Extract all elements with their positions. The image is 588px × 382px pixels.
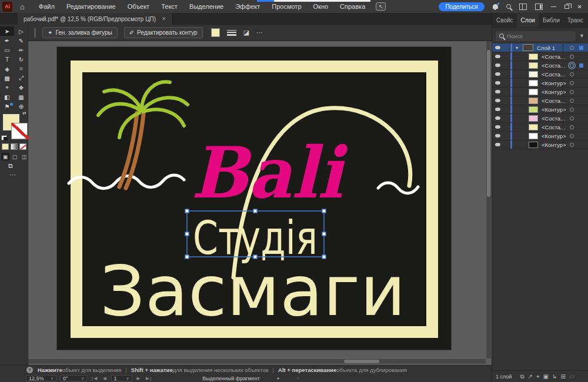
gradient-tool[interactable]: ▩ bbox=[0, 73, 14, 83]
canvas-pasteboard[interactable]: Bali Студія Засмаги bbox=[28, 41, 492, 365]
gradient-mode-icon[interactable] bbox=[11, 143, 18, 150]
visibility-eye-icon[interactable] bbox=[495, 81, 500, 85]
right-wave-path[interactable] bbox=[378, 183, 418, 193]
previous-artboard-icon[interactable]: ◀ bbox=[103, 376, 107, 381]
target-circle[interactable] bbox=[570, 55, 574, 59]
layer-row[interactable]: <Соста... bbox=[492, 114, 588, 123]
visibility-eye-icon[interactable] bbox=[495, 72, 500, 76]
delete-layer-icon[interactable]: ▭ bbox=[569, 373, 574, 380]
menu-file[interactable]: Файл bbox=[33, 3, 61, 10]
opacity-icon[interactable]: ◪ bbox=[243, 29, 249, 36]
selection-handle[interactable] bbox=[185, 255, 189, 259]
vertical-scrollbar-thumb[interactable] bbox=[487, 50, 490, 197]
selection-handle[interactable] bbox=[185, 232, 189, 236]
layer-name[interactable]: <Соста... bbox=[542, 53, 565, 60]
screen-mode-icon[interactable]: ⧉ bbox=[8, 162, 13, 170]
filter-icon[interactable]: ▼ bbox=[579, 33, 584, 39]
workspace-switcher-icon[interactable] bbox=[535, 4, 543, 10]
logo-artwork[interactable]: Bali Студія Засмаги bbox=[57, 47, 451, 350]
visibility-eye-icon[interactable] bbox=[495, 99, 500, 102]
target-circle[interactable] bbox=[570, 134, 574, 138]
menu-type[interactable]: Текст bbox=[155, 3, 183, 10]
arrange-documents-icon[interactable] bbox=[519, 4, 527, 10]
swap-fill-stroke-icon[interactable]: ⇄ bbox=[22, 110, 26, 116]
notifications-bell-icon[interactable] bbox=[493, 4, 498, 9]
layer-name[interactable]: <Соста... bbox=[542, 62, 565, 69]
menu-edit[interactable]: Редактирование bbox=[61, 3, 122, 10]
layers-search-box[interactable] bbox=[496, 31, 576, 41]
target-circle-active[interactable] bbox=[570, 63, 574, 68]
window-restore-button[interactable] bbox=[564, 5, 569, 9]
menu-select[interactable]: Выделение bbox=[183, 3, 229, 10]
visibility-eye-icon[interactable] bbox=[495, 125, 500, 129]
layer-name[interactable]: <Соста... bbox=[542, 98, 565, 104]
stroke-weight-icon[interactable] bbox=[227, 30, 236, 36]
rectangle-tool[interactable]: ▭ bbox=[0, 45, 14, 55]
more-options-icon[interactable]: ⋯ bbox=[256, 29, 263, 36]
tab-transform[interactable]: Транс bbox=[563, 14, 587, 28]
zoom-tool[interactable]: ⊕ bbox=[14, 102, 28, 111]
window-minimize-button[interactable] bbox=[551, 6, 556, 7]
search-icon[interactable] bbox=[506, 4, 511, 9]
tab-close-icon[interactable]: ✕ bbox=[162, 16, 166, 22]
help-question-icon[interactable]: ? bbox=[26, 367, 33, 373]
selection-handle[interactable] bbox=[253, 255, 257, 259]
horizontal-scrollbar-thumb[interactable] bbox=[344, 360, 379, 363]
home-icon[interactable]: ⌂ bbox=[20, 2, 25, 11]
layers-search-input[interactable] bbox=[507, 33, 560, 39]
selection-handle[interactable] bbox=[322, 209, 326, 213]
tab-libraries[interactable]: Библи bbox=[539, 14, 563, 28]
vertical-scrollbar[interactable] bbox=[486, 41, 491, 358]
target-circle[interactable] bbox=[570, 108, 574, 112]
collect-export-icon[interactable]: ⧉ bbox=[520, 373, 524, 380]
paintbrush-tool[interactable]: ✏ bbox=[14, 45, 28, 55]
pen-tool[interactable]: ✒ bbox=[0, 36, 14, 45]
layer-row[interactable]: <Соста... bbox=[492, 52, 588, 61]
selection-indicator[interactable] bbox=[579, 46, 583, 50]
target-circle[interactable] bbox=[570, 99, 574, 103]
selection-handle[interactable] bbox=[185, 209, 189, 213]
scissors-tool[interactable]: ⌗ bbox=[14, 64, 28, 73]
direct-selection-tool[interactable]: ▷ bbox=[14, 26, 28, 36]
default-fill-stroke-icon[interactable] bbox=[1, 135, 7, 140]
expand-chevron-icon[interactable]: ▾ bbox=[516, 45, 518, 51]
draw-inside-mode[interactable]: ◫ bbox=[20, 153, 28, 160]
artboard-tool[interactable]: ▦ bbox=[14, 92, 28, 102]
target-circle[interactable] bbox=[570, 46, 574, 50]
color-mode-icon[interactable] bbox=[2, 143, 9, 150]
layer-name[interactable]: <Соста... bbox=[542, 115, 565, 122]
artboard-number-select[interactable]: 1 ∨ bbox=[111, 375, 132, 381]
target-circle[interactable] bbox=[570, 81, 574, 85]
visibility-eye-icon[interactable] bbox=[495, 46, 500, 49]
target-circle[interactable] bbox=[570, 116, 574, 120]
menu-view[interactable]: Просмотр bbox=[266, 3, 307, 10]
blend-tool[interactable]: ❖ bbox=[14, 83, 28, 92]
generative-fill-button[interactable]: ✦ Ген. заливка фигуры bbox=[42, 27, 118, 38]
text-line2-zasmahy[interactable]: Засмаги bbox=[100, 250, 406, 331]
selection-tool[interactable]: ➤ bbox=[0, 26, 14, 36]
curvature-tool[interactable]: ✎ bbox=[14, 36, 28, 45]
document-tab[interactable]: рабочий.pdf* @ 12,5 % (RGB/Предпросмотр … bbox=[18, 13, 173, 25]
visibility-eye-icon[interactable] bbox=[495, 108, 500, 111]
free-transform-tool[interactable]: ⤢ bbox=[14, 73, 28, 83]
export-icon[interactable]: ↗ bbox=[528, 373, 533, 380]
first-artboard-icon[interactable]: |◀ bbox=[92, 376, 98, 381]
eraser-tool[interactable]: ◈ bbox=[0, 64, 14, 73]
target-circle[interactable] bbox=[570, 125, 574, 129]
stroke-swatch-none[interactable] bbox=[12, 123, 27, 139]
visibility-eye-icon[interactable] bbox=[495, 134, 500, 138]
menu-effect[interactable]: Эффект bbox=[229, 3, 266, 10]
edit-path-button[interactable]: ✐ Редактировать контур bbox=[124, 27, 203, 38]
artboard[interactable]: Bali Студія Засмаги bbox=[57, 47, 451, 350]
layer-row[interactable]: <Контур> bbox=[492, 140, 588, 149]
visibility-eye-icon[interactable] bbox=[495, 143, 500, 146]
layer-row[interactable]: <Соста... bbox=[492, 123, 588, 132]
last-artboard-icon[interactable]: ▶| bbox=[146, 376, 152, 381]
target-circle[interactable] bbox=[570, 90, 574, 94]
menu-object[interactable]: Объект bbox=[122, 3, 155, 10]
layer-row[interactable]: <Контур> bbox=[492, 88, 588, 96]
selection-indicator[interactable] bbox=[579, 63, 583, 68]
draw-normal-mode[interactable]: ▣ bbox=[1, 153, 9, 160]
eyedropper-tool[interactable]: ⌖ bbox=[0, 83, 14, 92]
target-circle[interactable] bbox=[570, 72, 574, 76]
